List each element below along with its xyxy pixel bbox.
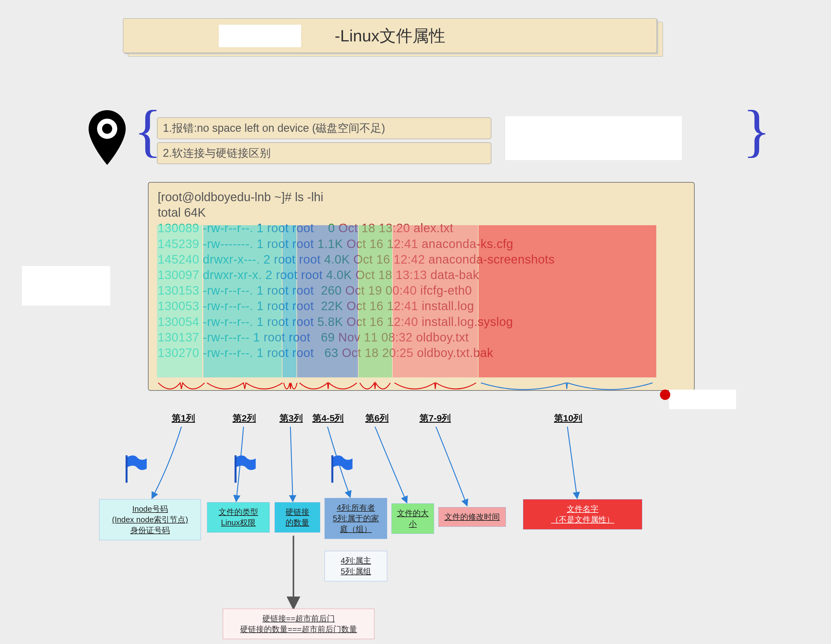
info-box-text: 文件名字（不是文件属性）	[551, 504, 614, 524]
svg-rect-4	[331, 455, 333, 483]
info-box-text: 文件的类型Linux权限	[218, 507, 258, 527]
info-box-size: 文件的大小	[392, 503, 434, 534]
brace-right-icon: }	[743, 102, 771, 159]
white-mask-bottom-right	[669, 390, 736, 409]
overlay-owner-group	[297, 225, 358, 377]
flag-icon	[124, 455, 148, 484]
info-box-text: 硬链接==超市前后门硬链接的数量===超市前后门数量	[240, 614, 357, 634]
terminal-prompt: [root@oldboyedu-lnb ~]# ls -lhi	[158, 189, 685, 205]
title-mask	[219, 25, 301, 47]
col-label-10: 第10列	[554, 412, 582, 425]
overlay-size	[358, 225, 392, 377]
svg-point-1	[102, 124, 112, 134]
terminal-total: total 64K	[158, 205, 685, 220]
overlay-date	[393, 225, 478, 377]
svg-rect-2	[126, 455, 127, 483]
col-label-2: 第2列	[232, 412, 256, 425]
info-box-text: 4列:所有者5列:属于的家庭（组）	[333, 503, 379, 534]
red-dot-icon	[660, 390, 670, 400]
overlay-links	[282, 225, 296, 377]
col-label-6: 第6列	[365, 412, 389, 425]
info-box-inode: Inode号码(Index node索引节点)身份证号码	[99, 499, 201, 540]
info-box-owner-group-alt: 4列:属主5列:属组	[325, 551, 387, 581]
svg-rect-3	[235, 455, 237, 483]
info-box-text: 4列:属主5列:属组	[341, 556, 371, 576]
info-box-hardlink-note: 硬链接==超市前后门硬链接的数量===超市前后门数量	[223, 609, 374, 639]
info-box-text: 文件的修改时间	[444, 512, 500, 522]
info-box-text: 硬链接的数量	[285, 507, 309, 527]
white-mask-left	[22, 266, 110, 305]
info-box-type-perm: 文件的类型Linux权限	[207, 502, 270, 533]
col-label-4-5: 第4-5列	[312, 412, 344, 425]
goal-item-1: 1.报错:no space left on device (磁盘空间不足)	[157, 118, 491, 139]
info-box-text: 文件的大小	[397, 509, 428, 528]
diagram-canvas: -Linux文件属性 { } 1.报错:no space left on dev…	[0, 0, 831, 644]
info-box-mtime: 文件的修改时间	[438, 507, 506, 527]
goal-item-2: 2.软连接与硬链接区别	[157, 142, 491, 164]
col-label-7-9: 第7-9列	[419, 412, 451, 425]
info-box-text: Inode号码(Index node索引节点)身份证号码	[112, 504, 188, 535]
flag-icon	[330, 455, 354, 484]
overlay-inode	[157, 225, 202, 377]
location-pin-icon	[85, 110, 129, 166]
info-box-filename: 文件名字（不是文件属性）	[523, 499, 642, 530]
flag-icon	[232, 455, 257, 484]
title-text: -Linux文件属性	[334, 27, 445, 45]
white-mask-right	[505, 116, 682, 160]
col-label-3: 第3列	[279, 412, 303, 425]
overlay-filename	[479, 225, 656, 377]
info-box-owner-group: 4列:所有者5列:属于的家庭（组）	[325, 498, 387, 539]
col-label-1: 第1列	[172, 412, 195, 425]
info-box-hardlinks: 硬链接的数量	[275, 502, 320, 533]
overlay-permissions	[203, 225, 282, 377]
page-title: -Linux文件属性	[123, 18, 657, 53]
